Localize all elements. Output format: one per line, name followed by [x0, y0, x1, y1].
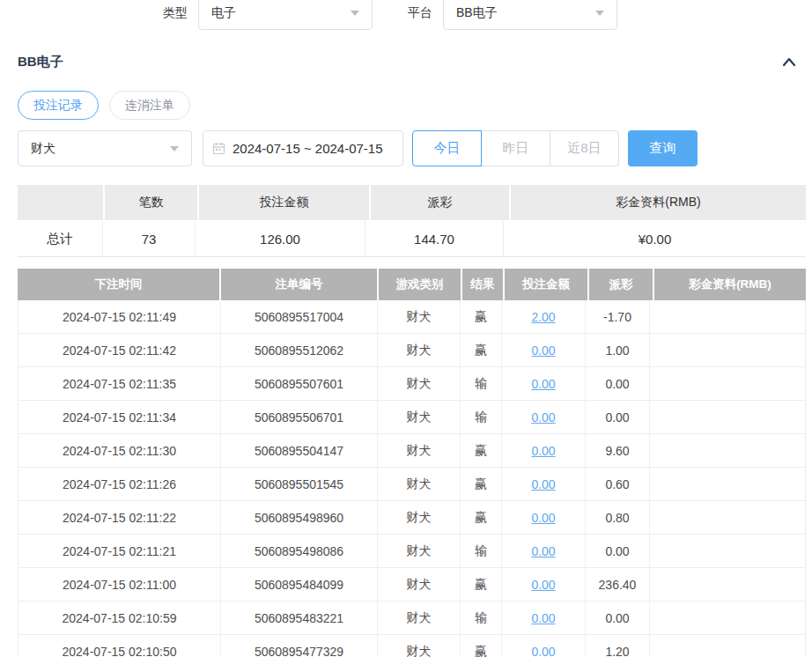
records-table-header: 下注时间 注单编号 游戏类别 结果 投注金额 派彩 彩金资料(RMB): [18, 269, 806, 300]
chevron-down-icon: [170, 146, 179, 151]
records-header-order-no: 注单编号: [221, 269, 377, 300]
bet-amount-link[interactable]: 0.00: [531, 444, 555, 458]
cell-result: 赢: [461, 334, 502, 366]
records-header-bonus: 彩金资料(RMB): [654, 269, 806, 300]
tab-bet-records[interactable]: 投注记录: [18, 91, 99, 120]
cell-order-no: 5060895483221: [221, 602, 378, 634]
cell-bet-amount: 2.00: [502, 300, 586, 333]
bet-amount-link[interactable]: 0.00: [531, 544, 555, 558]
table-row: 2024-07-15 02:11:49 5060895517004 财犬 赢 2…: [18, 300, 805, 334]
cell-order-no: 5060895477329: [221, 635, 378, 657]
cell-game-type: 财犬: [378, 300, 461, 333]
section-title: BB电子: [18, 54, 63, 70]
cell-payout: 0.00: [586, 367, 650, 400]
table-row: 2024-07-15 02:11:35 5060895507601 财犬 输 0…: [18, 367, 805, 401]
summary-table: 笔数 投注金额 派彩 彩金资料(RMB) 总计 73 126.00 144.70…: [18, 185, 806, 257]
tab-cancelled-orders[interactable]: 连消注单: [109, 91, 190, 120]
cell-bet-time: 2024-07-15 02:11:21: [18, 535, 221, 567]
cell-game-type: 财犬: [378, 334, 461, 366]
summary-header-count: 笔数: [105, 185, 197, 220]
cell-order-no: 5060895501545: [221, 468, 378, 500]
cell-result: 输: [461, 535, 502, 567]
cell-bet-time: 2024-07-15 02:10:59: [18, 602, 221, 634]
bet-amount-link[interactable]: 0.00: [531, 645, 555, 657]
cell-result: 输: [461, 602, 502, 634]
chevron-up-icon: [781, 55, 797, 68]
summary-total-row: 总计 73 126.00 144.70 ¥0.00: [18, 221, 806, 257]
collapse-button[interactable]: [781, 55, 797, 68]
tab-label: 投注记录: [33, 98, 83, 114]
cell-result: 输: [461, 401, 502, 433]
cell-bonus: [650, 300, 805, 333]
summary-header-bet-amount: 投注金额: [199, 185, 369, 220]
summary-header-payout: 派彩: [371, 185, 509, 220]
cell-result: 赢: [461, 568, 502, 601]
yesterday-button[interactable]: 昨日: [481, 130, 550, 166]
records-header-result: 结果: [462, 269, 503, 300]
type-select-value: 电子: [211, 5, 236, 21]
cell-bet-amount: 0.00: [502, 401, 586, 433]
summary-total-payout: 144.70: [365, 221, 504, 256]
chevron-down-icon: [595, 11, 604, 16]
cell-bonus: [650, 367, 805, 400]
cell-payout: 0.00: [586, 602, 650, 634]
bet-amount-link[interactable]: 2.00: [531, 310, 555, 324]
summary-header-bonus: 彩金资料(RMB): [511, 185, 806, 220]
cell-bet-amount: 0.00: [502, 367, 586, 400]
cell-payout: 9.60: [586, 434, 650, 467]
last-8-days-button[interactable]: 近8日: [550, 130, 619, 166]
bet-amount-link[interactable]: 0.00: [531, 477, 555, 491]
cell-bonus: [650, 568, 805, 601]
summary-total-count: 73: [103, 221, 196, 256]
bet-amount-link[interactable]: 0.00: [531, 377, 555, 391]
cell-bonus: [650, 535, 805, 567]
table-row: 2024-07-15 02:11:00 5060895484099 财犬 赢 0…: [18, 568, 805, 602]
cell-game-type: 财犬: [378, 501, 461, 534]
search-button[interactable]: 查询: [628, 130, 698, 166]
bet-amount-link[interactable]: 0.00: [531, 578, 555, 592]
chevron-down-icon: [351, 11, 359, 16]
records-header-payout: 派彩: [589, 269, 653, 300]
game-select[interactable]: 财犬: [18, 130, 192, 166]
bet-amount-link[interactable]: 0.00: [531, 343, 555, 358]
cell-order-no: 5060895484099: [221, 568, 378, 601]
cell-bet-amount: 0.00: [502, 602, 586, 634]
platform-select[interactable]: BB电子: [443, 0, 617, 30]
today-button[interactable]: 今日: [412, 130, 482, 166]
cell-bonus: [650, 468, 805, 500]
records-header-time: 下注时间: [18, 269, 219, 300]
records-header-game: 游戏类别: [379, 269, 461, 300]
cell-game-type: 财犬: [378, 568, 461, 601]
records-table: 下注时间 注单编号 游戏类别 结果 投注金额 派彩 彩金资料(RMB) 2024…: [18, 269, 806, 657]
cell-bonus: [650, 501, 805, 534]
cell-payout: 1.00: [586, 334, 650, 366]
cell-bet-time: 2024-07-15 02:11:35: [18, 367, 221, 400]
platform-label: 平台: [408, 5, 432, 21]
table-row: 2024-07-15 02:11:26 5060895501545 财犬 赢 0…: [18, 468, 805, 501]
cell-game-type: 财犬: [378, 401, 461, 433]
summary-total-bonus: ¥0.00: [504, 221, 806, 256]
cell-order-no: 5060895504147: [221, 434, 378, 467]
cell-bet-amount: 0.00: [502, 535, 586, 567]
cell-result: 赢: [461, 300, 502, 333]
cell-result: 赢: [461, 468, 502, 500]
summary-total-label: 总计: [18, 221, 103, 256]
cell-order-no: 5060895517004: [221, 300, 378, 333]
summary-table-header: 笔数 投注金额 派彩 彩金资料(RMB): [18, 185, 806, 220]
cell-bet-time: 2024-07-15 02:11:30: [18, 434, 221, 467]
date-range-input[interactable]: 2024-07-15 ~ 2024-07-15: [203, 130, 403, 166]
cell-bonus: [650, 434, 805, 467]
type-select[interactable]: 电子: [198, 0, 373, 30]
table-row: 2024-07-15 02:11:34 5060895506701 财犬 输 0…: [18, 401, 805, 434]
table-row: 2024-07-15 02:11:21 5060895498086 财犬 输 0…: [18, 535, 805, 568]
cell-payout: -1.70: [586, 300, 650, 333]
bet-amount-link[interactable]: 0.00: [531, 511, 555, 525]
bet-amount-link[interactable]: 0.00: [531, 410, 555, 424]
tab-label: 连消注单: [125, 98, 174, 114]
table-row: 2024-07-15 02:11:30 5060895504147 财犬 赢 0…: [18, 434, 805, 468]
cell-result: 赢: [461, 434, 502, 467]
bet-amount-link[interactable]: 0.00: [531, 611, 555, 625]
cell-payout: 1.20: [586, 635, 650, 657]
cell-bet-time: 2024-07-15 02:11:42: [18, 334, 221, 366]
cell-bet-time: 2024-07-15 02:11:26: [18, 468, 221, 500]
